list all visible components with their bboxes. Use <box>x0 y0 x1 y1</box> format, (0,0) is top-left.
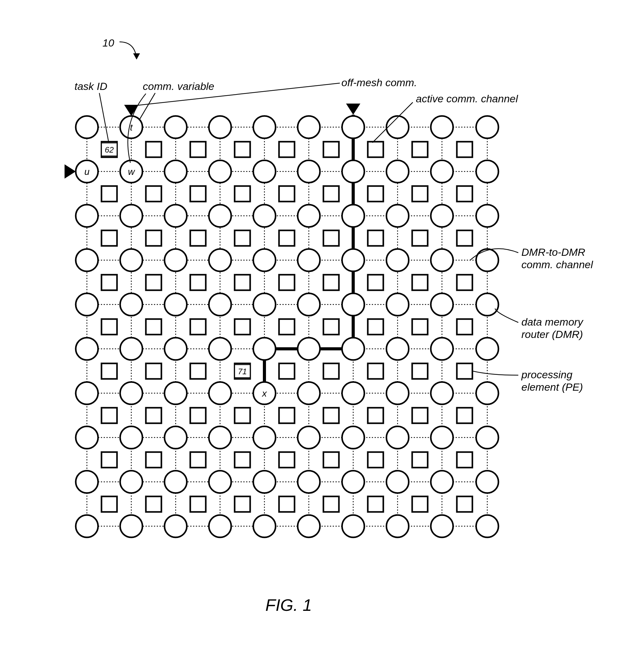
svg-point-159 <box>431 338 453 360</box>
svg-point-147 <box>342 293 364 316</box>
svg-rect-45 <box>412 231 428 246</box>
task-62: 62 <box>105 145 114 154</box>
svg-point-196 <box>298 515 320 537</box>
svg-point-135 <box>253 249 276 271</box>
svg-point-153 <box>164 338 187 360</box>
svg-point-168 <box>386 382 409 404</box>
svg-rect-58 <box>190 319 206 335</box>
label-task-id: task ID <box>74 80 107 92</box>
svg-rect-34 <box>323 186 339 201</box>
svg-point-187 <box>342 471 364 493</box>
leader-task-id <box>99 93 109 142</box>
svg-point-198 <box>386 515 409 537</box>
svg-point-182 <box>120 471 142 493</box>
svg-rect-86 <box>235 452 250 467</box>
svg-point-170 <box>476 382 499 404</box>
svg-rect-40 <box>190 231 206 246</box>
svg-point-172 <box>120 426 142 449</box>
mesh-grid: 62 71 t u w x <box>65 103 499 537</box>
svg-point-163 <box>164 382 187 404</box>
svg-point-129 <box>431 204 453 227</box>
svg-rect-44 <box>368 231 383 246</box>
svg-point-114 <box>209 160 231 183</box>
svg-rect-62 <box>368 319 383 335</box>
svg-point-194 <box>209 515 231 537</box>
svg-rect-50 <box>235 275 250 290</box>
svg-point-131 <box>76 249 98 271</box>
label-active-channel: active comm. channel <box>416 93 518 104</box>
svg-rect-83 <box>101 452 117 467</box>
node-w: w <box>128 167 135 177</box>
svg-rect-61 <box>323 319 339 335</box>
svg-rect-78 <box>279 408 295 423</box>
svg-point-144 <box>209 293 231 316</box>
svg-point-149 <box>431 293 453 316</box>
svg-point-106 <box>298 116 320 138</box>
arrow-6-in <box>346 103 360 115</box>
svg-point-116 <box>298 160 320 183</box>
svg-rect-48 <box>146 275 161 290</box>
svg-point-186 <box>298 471 320 493</box>
svg-rect-27 <box>412 142 428 157</box>
svg-rect-87 <box>279 452 295 467</box>
svg-rect-97 <box>323 497 339 512</box>
svg-point-199 <box>431 515 453 537</box>
svg-point-120 <box>476 160 499 183</box>
svg-rect-29 <box>101 186 117 201</box>
svg-point-152 <box>120 338 142 360</box>
svg-point-161 <box>76 382 98 404</box>
svg-rect-63 <box>412 319 428 335</box>
svg-point-151 <box>76 338 98 360</box>
svg-point-115 <box>253 160 276 183</box>
leader-comm-var-t <box>139 93 155 120</box>
svg-rect-94 <box>190 497 206 512</box>
svg-rect-70 <box>323 363 339 379</box>
svg-rect-21 <box>146 142 161 157</box>
svg-point-118 <box>386 160 409 183</box>
svg-point-148 <box>386 293 409 316</box>
svg-point-146 <box>298 293 320 316</box>
svg-point-119 <box>431 160 453 183</box>
svg-point-189 <box>431 471 453 493</box>
svg-point-145 <box>253 293 276 316</box>
svg-rect-56 <box>101 319 117 335</box>
svg-rect-84 <box>146 452 161 467</box>
svg-point-143 <box>164 293 187 316</box>
arrow-u-in <box>65 164 76 178</box>
svg-point-101 <box>76 116 98 138</box>
svg-point-180 <box>476 426 499 449</box>
svg-rect-32 <box>235 186 250 201</box>
svg-point-193 <box>164 515 187 537</box>
svg-point-107 <box>342 116 364 138</box>
svg-rect-73 <box>457 363 473 379</box>
svg-point-125 <box>253 204 276 227</box>
svg-rect-22 <box>190 142 206 157</box>
node-u: u <box>85 167 90 177</box>
svg-point-192 <box>120 515 142 537</box>
svg-point-110 <box>476 116 499 138</box>
svg-point-167 <box>342 382 364 404</box>
svg-point-132 <box>120 249 142 271</box>
svg-rect-88 <box>323 452 339 467</box>
svg-rect-99 <box>412 497 428 512</box>
svg-rect-74 <box>101 408 117 423</box>
svg-point-109 <box>431 116 453 138</box>
arrow-t-in <box>124 105 138 116</box>
svg-rect-72 <box>412 363 428 379</box>
svg-rect-89 <box>368 452 383 467</box>
label-pe-1: processing element (PE) <box>521 369 583 393</box>
svg-rect-26 <box>368 142 383 157</box>
svg-point-176 <box>298 426 320 449</box>
svg-rect-39 <box>146 231 161 246</box>
svg-rect-35 <box>368 186 383 201</box>
svg-point-134 <box>209 249 231 271</box>
svg-rect-47 <box>101 275 117 290</box>
svg-rect-81 <box>412 408 428 423</box>
leader-dmr <box>495 309 518 322</box>
svg-rect-67 <box>190 363 206 379</box>
svg-point-197 <box>342 515 364 537</box>
svg-point-138 <box>386 249 409 271</box>
svg-point-160 <box>476 338 499 360</box>
svg-rect-55 <box>457 275 473 290</box>
svg-point-105 <box>253 116 276 138</box>
